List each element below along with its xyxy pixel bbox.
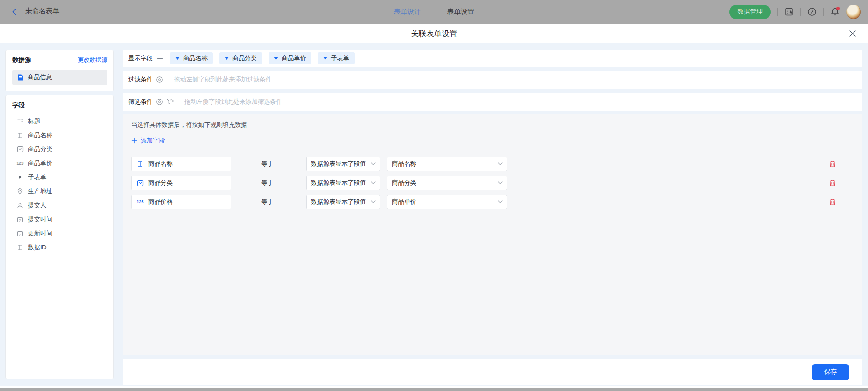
avatar[interactable] [846,5,861,19]
plus-icon [131,138,137,144]
source-value-select[interactable]: 数据源表显示字段值 [306,176,380,190]
select-value: 数据源表显示字段值 [311,198,366,206]
rule-field-input[interactable]: 123 商品价格 [131,195,231,209]
field-item-data-id[interactable]: 数据ID [12,240,107,254]
text-input-icon [16,132,24,139]
caret-down-icon [274,57,278,60]
delete-rule-button[interactable] [829,160,836,168]
help-circle-icon[interactable] [807,7,817,17]
field-item-title[interactable]: 标题 [12,114,107,128]
filter-condition-dropzone[interactable]: 过滤条件 拖动左侧字段到此处来添加过滤条件 [123,71,862,89]
select-value: 商品名称 [392,160,416,168]
field-item-label: 商品单价 [28,159,52,167]
display-field-tag[interactable]: 商品单价 [269,52,311,64]
rules-note: 当选择具体数据后，将按如下规则填充数据 [131,121,854,129]
back-button[interactable] [9,6,20,17]
fields-header: 字段 [12,101,25,109]
display-field-tag[interactable]: 子表单 [318,52,355,64]
display-field-tag[interactable]: 商品分类 [219,52,262,64]
rule-field-label: 商品分类 [148,179,173,187]
field-item-label: 标题 [28,117,40,125]
tag-label: 商品单价 [282,54,306,62]
field-item-submit-time[interactable]: 提交时间 [12,212,107,226]
display-field-tag[interactable]: 商品名称 [170,52,213,64]
fields-panel: 字段 标题 商品名称 商品分类 123 [5,95,114,379]
screen-condition-dropzone[interactable]: 筛选条件 拖动左侧字段到此处来添加筛选条件 [123,93,862,111]
datasource-header: 数据源 [12,56,31,64]
rule-field-input[interactable]: 商品名称 [131,157,231,171]
target-field-select[interactable]: 商品单价 [387,195,507,209]
number-icon: 123 [16,160,24,167]
notification-dot [836,7,840,10]
select-value: 商品单价 [392,198,416,206]
select-icon [16,146,24,153]
calendar-icon [16,230,24,237]
save-bar: 保存 [123,359,862,385]
caret-down-icon [225,57,229,60]
add-display-field-button[interactable] [156,55,164,62]
help-icon[interactable] [156,76,163,83]
datasource-item[interactable]: 商品信息 [12,70,107,85]
filter-condition-label: 过滤条件 [128,76,153,84]
caret-down-icon [175,57,179,60]
rule-field-label: 商品名称 [148,160,173,168]
title-icon [16,118,24,125]
field-item-subform[interactable]: 子表单 [12,170,107,184]
field-item-update-time[interactable]: 更新时间 [12,226,107,240]
field-item-submitter[interactable]: 提交人 [12,198,107,212]
related-form-settings-modal: 关联表单设置 数据源 更改数据源 商品信息 字段 [0,24,868,388]
target-field-select[interactable]: 商品名称 [387,157,507,171]
select-value: 数据源表显示字段值 [311,179,366,187]
form-title[interactable]: 未命名表单 [25,7,59,17]
top-bar: 未命名表单 表单设计 表单设置 数据管理 [0,0,868,24]
field-item-product-price[interactable]: 123 商品单价 [12,156,107,170]
source-value-select[interactable]: 数据源表显示字段值 [306,157,380,171]
source-value-select[interactable]: 数据源表显示字段值 [306,195,380,209]
fill-rules-container: 当选择具体数据后，将按如下规则填充数据 添加字段 商品名称 等于 数 [123,114,862,355]
add-field-button[interactable]: 添加字段 [131,137,165,145]
select-value: 商品分类 [392,179,416,187]
rule-row: 商品名称 等于 数据源表显示字段值 商品名称 [131,157,854,171]
bell-icon[interactable] [830,7,840,17]
modal-body: 数据源 更改数据源 商品信息 字段 标题 商品名称 [0,43,868,386]
tab-form-design[interactable]: 表单设计 [394,8,421,16]
rule-operator: 等于 [261,160,305,168]
change-datasource-link[interactable]: 更改数据源 [78,56,107,64]
data-manage-button[interactable]: 数据管理 [729,5,771,19]
screen-placeholder: 拖动左侧字段到此处来添加筛选条件 [184,98,282,106]
rule-field-input[interactable]: 商品分类 [131,176,231,190]
number-icon: 123 [136,198,144,205]
select-value: 数据源表显示字段值 [311,160,366,168]
sidebar: 数据源 更改数据源 商品信息 字段 标题 商品名称 [5,50,114,379]
tab-form-settings[interactable]: 表单设置 [447,8,474,16]
field-item-production-address[interactable]: 生产地址 [12,184,107,198]
field-item-label: 提交人 [28,201,47,210]
display-fields-label: 显示字段 [128,54,153,62]
rule-row: 123 商品价格 等于 数据源表显示字段值 商品单价 [131,195,854,209]
target-field-select[interactable]: 商品分类 [387,176,507,190]
chevron-down-icon [371,200,376,204]
location-icon [16,188,24,195]
field-item-product-name[interactable]: 商品名称 [12,128,107,142]
calendar-icon [16,216,24,223]
help-icon[interactable] [156,98,163,105]
add-field-label: 添加字段 [141,137,165,145]
rule-row: 商品分类 等于 数据源表显示字段值 商品分类 [131,176,854,190]
rule-operator: 等于 [261,179,305,187]
save-button[interactable]: 保存 [812,364,849,380]
delete-rule-button[interactable] [829,198,836,206]
field-item-product-category[interactable]: 商品分类 [12,142,107,156]
chevron-left-icon [11,8,18,15]
field-item-label: 更新时间 [28,229,52,238]
delete-rule-button[interactable] [829,179,836,187]
subform-expand-icon [16,174,24,181]
docs-icon[interactable] [784,7,794,17]
user-icon [16,202,24,209]
close-icon[interactable] [848,29,857,38]
divider [800,8,801,16]
field-item-label: 数据ID [28,243,47,252]
tag-label: 商品名称 [183,54,208,62]
field-item-label: 商品名称 [28,131,52,139]
modal-title: 关联表单设置 [411,29,457,39]
filter-placeholder: 拖动左侧字段到此处来添加过滤条件 [174,76,272,84]
